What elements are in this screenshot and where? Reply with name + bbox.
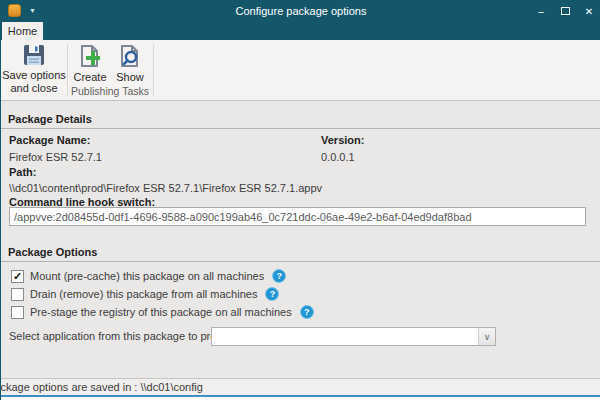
status-text: Package options are saved in : \\dc01\co… [1, 381, 203, 393]
create-document-plus-icon [77, 43, 103, 69]
content-area: Package Details Package Name: Firefox ES… [1, 101, 600, 378]
close-button[interactable]: ✕ [577, 0, 600, 22]
maximize-icon [561, 7, 570, 15]
publishing-tasks-group-label: Publishing Tasks [67, 85, 153, 97]
show-button[interactable]: Show [111, 43, 149, 84]
ribbon: Save options and close Create Show Publi… [1, 40, 600, 101]
window-title: Configure package options [1, 5, 600, 17]
help-icon[interactable]: ? [272, 269, 286, 283]
minimize-button[interactable]: – [529, 0, 553, 22]
mount-checkbox[interactable]: ✓ [11, 270, 24, 283]
maximize-button[interactable] [553, 0, 577, 22]
check-icon: ✓ [13, 271, 22, 282]
save-options-and-close-button[interactable]: Save options and close [2, 43, 66, 95]
package-name-label: Package Name: [9, 134, 90, 146]
configure-package-options-window: ▼ Configure package options – ✕ Home Sav… [0, 0, 600, 400]
prelaunch-dropdown-value [212, 328, 478, 345]
title-bar: ▼ Configure package options – ✕ [1, 0, 600, 22]
prelaunch-dropdown[interactable]: ∨ [211, 327, 496, 346]
package-name-value: Firefox ESR 52.7.1 [9, 151, 102, 163]
show-document-magnifier-icon [117, 43, 143, 69]
prestage-checkbox-label: Pre-stage the registry of this package o… [30, 306, 300, 318]
status-bar: Package options are saved in : \\dc01\co… [1, 378, 600, 395]
path-label: Path: [9, 166, 37, 178]
save-options-and-close-label: Save options and close [2, 69, 66, 95]
hook-switch-input[interactable] [9, 207, 586, 226]
show-label: Show [116, 71, 144, 84]
help-icon[interactable]: ? [265, 287, 279, 301]
mount-option-row: ✓ Mount (pre-cache) this package on all … [11, 269, 286, 283]
version-value: 0.0.0.1 [321, 151, 355, 163]
package-options-section-header: Package Options [1, 242, 600, 262]
prestage-checkbox[interactable]: ✓ [11, 306, 24, 319]
help-icon[interactable]: ? [300, 305, 314, 319]
prestage-option-row: ✓ Pre-stage the registry of this package… [11, 305, 314, 319]
chevron-down-icon[interactable]: ∨ [478, 328, 495, 345]
drain-checkbox-label: Drain (remove) this package from all mac… [30, 288, 265, 300]
ribbon-tab-row: Home [1, 22, 600, 40]
ribbon-separator [153, 44, 154, 96]
window-controls: – ✕ [529, 0, 600, 22]
version-label: Version: [321, 134, 364, 146]
create-label: Create [73, 71, 106, 84]
save-icon [22, 43, 46, 67]
drain-option-row: ✓ Drain (remove) this package from all m… [11, 287, 279, 301]
path-value: \\dc01\content\prod\Firefox ESR 52.7.1\F… [9, 182, 322, 194]
create-button[interactable]: Create [71, 43, 109, 84]
mount-checkbox-label: Mount (pre-cache) this package on all ma… [30, 270, 272, 282]
package-details-section-header: Package Details [1, 109, 600, 129]
drain-checkbox[interactable]: ✓ [11, 288, 24, 301]
tab-home[interactable]: Home [2, 22, 43, 40]
